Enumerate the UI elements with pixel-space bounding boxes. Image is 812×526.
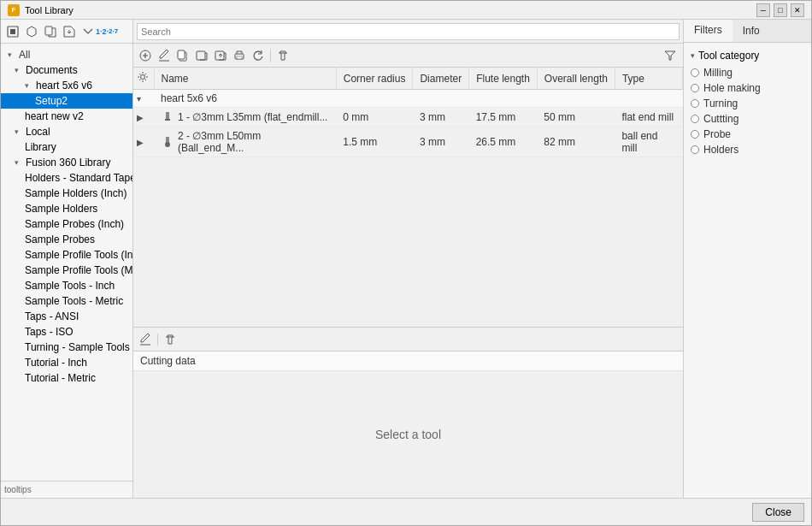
filter-item-turning[interactable]: Turning — [691, 98, 804, 109]
filter-radio-probe[interactable] — [691, 130, 699, 139]
tree-item-sample-holders-inch[interactable]: Sample Holders (Inch) — [1, 186, 132, 201]
filter-item-probe[interactable]: Probe — [691, 128, 804, 140]
tree-item-heartnew[interactable]: heart new v2 — [1, 109, 132, 124]
tree-item-all[interactable]: ▾ All — [1, 47, 132, 62]
tool-expand-arrow-1[interactable]: ▶ — [137, 113, 144, 122]
select-all-button[interactable] — [4, 23, 21, 40]
new-local-tool-button[interactable] — [23, 23, 40, 40]
tree-item-setup2[interactable]: Setup2 — [1, 93, 132, 109]
tab-filters[interactable]: Filters — [684, 20, 733, 42]
tree-item-sample-probes-inch[interactable]: Sample Probes (Inch) — [1, 216, 132, 232]
filter-item-hole-making[interactable]: Hole making — [691, 82, 804, 94]
window-footer: Close — [1, 498, 811, 525]
tree-item-taps-iso[interactable]: Taps - ISO — [1, 324, 132, 340]
expand-all-icon: ▾ — [8, 50, 16, 59]
import-library-button[interactable] — [193, 47, 210, 64]
group-expand-arrow[interactable]: ▾ — [137, 94, 141, 103]
title-bar: F Tool Library ─ □ ✕ — [1, 1, 811, 20]
collapse-all-button[interactable] — [79, 23, 97, 40]
svg-rect-5 — [178, 50, 185, 59]
tree-label-library: Library — [25, 141, 56, 153]
copy-tool-button[interactable] — [174, 47, 191, 64]
filter-radio-hole-making[interactable] — [691, 84, 699, 92]
filter-item-cutting[interactable]: Cuttting — [691, 113, 804, 125]
table-row[interactable]: ▶ 2 - ∅3mm L50mm (Ball_end_M... — [133, 127, 683, 157]
tool-library-window: F Tool Library ─ □ ✕ — [0, 0, 812, 526]
export-library-button[interactable] — [212, 47, 229, 64]
tree-label-tutorial-inch: Tutorial - Inch — [25, 357, 87, 369]
svg-rect-12 — [165, 119, 170, 121]
tools-table: Name Corner radius Diameter Flute length… — [133, 68, 683, 157]
left-toolbar: 1·2· 2·7 — [1, 20, 132, 44]
close-button[interactable]: Close — [752, 503, 804, 522]
number-toggle-button[interactable]: 1·2· 2·7 — [98, 23, 115, 40]
filter-radio-milling[interactable] — [691, 68, 699, 77]
table-group-row[interactable]: ▾ heart 5x6 v6 — [133, 90, 683, 108]
minimize-button[interactable]: ─ — [756, 3, 770, 17]
tree-item-library[interactable]: Library — [1, 139, 132, 155]
tool-name-1: 1 - ∅3mm L35mm (flat_endmill... — [178, 111, 327, 123]
filter-item-milling[interactable]: Milling — [691, 67, 804, 79]
right-panel-content: ▾ Tool category Milling Hole making Turn… — [684, 43, 811, 166]
tab-info[interactable]: Info — [733, 20, 770, 42]
filter-radio-cutting[interactable] — [691, 115, 699, 123]
svg-rect-11 — [166, 112, 169, 119]
col-type-header: Type — [615, 68, 682, 90]
tree-item-sample-probes[interactable]: Sample Probes — [1, 232, 132, 247]
bottom-pane: Cutting data Select a tool — [133, 327, 683, 498]
tree-item-turning-sample[interactable]: Turning - Sample Tools — [1, 340, 132, 355]
tool-expand-arrow-2[interactable]: ▶ — [137, 138, 144, 147]
tree-label-taps-ansi: Taps - ANSI — [25, 310, 79, 322]
edit-bottom-button[interactable] — [137, 331, 154, 348]
tree-item-sample-profile-inch[interactable]: Sample Profile Tools (Inch) — [1, 247, 132, 263]
tree-item-fusion360lib[interactable]: ▾ Fusion 360 Library — [1, 155, 132, 170]
tree-item-heart5x6[interactable]: ▾ heart 5x6 v6 — [1, 78, 132, 93]
filter-button[interactable] — [661, 46, 680, 65]
tree-item-holders-taper[interactable]: Holders - Standard Taper Bl... — [1, 170, 132, 186]
delete-tool-button[interactable] — [274, 47, 291, 64]
col-settings — [133, 68, 154, 90]
delete-bottom-button[interactable] — [162, 331, 179, 348]
print-button[interactable] — [231, 47, 248, 64]
tool-overall-length-1: 50 mm — [537, 108, 615, 127]
tree-item-taps-ansi[interactable]: Taps - ANSI — [1, 309, 132, 324]
tree-label-sample-holders-inch: Sample Holders (Inch) — [25, 187, 127, 199]
edit-tool-button[interactable] — [156, 47, 173, 64]
table-header-row: Name Corner radius Diameter Flute length… — [133, 68, 683, 90]
table-row[interactable]: ▶ 1 - ∅3mm L35mm (flat_endmill... — [133, 108, 683, 127]
tree-label-sample-tools-metric: Sample Tools - Metric — [25, 295, 123, 307]
tree-item-tutorial-inch[interactable]: Tutorial - Inch — [1, 355, 132, 370]
tree-item-sample-profile-metric[interactable]: Sample Profile Tools (Metric) — [1, 263, 132, 278]
tree-item-documents[interactable]: ▾ Documents — [1, 62, 132, 78]
tree-label-sample-tools-inch: Sample Tools - Inch — [25, 280, 115, 292]
col-overall-length-header: Overall length — [537, 68, 615, 90]
tree-item-sample-tools-inch[interactable]: Sample Tools - Inch — [1, 278, 132, 293]
filter-item-holders[interactable]: Holders — [691, 144, 804, 156]
svg-rect-9 — [237, 56, 242, 59]
left-panel-footer: tooltips — [1, 481, 132, 498]
left-panel: 1·2· 2·7 ▾ All ▾ Documents ▾ — [1, 20, 133, 498]
refresh-button[interactable] — [250, 47, 267, 64]
filter-label-cutting: Cuttting — [703, 113, 738, 125]
footer-text: tooltips — [4, 485, 32, 494]
tool-name-cell-2: 2 - ∅3mm L50mm (Ball_end_M... — [154, 127, 336, 157]
close-window-button[interactable]: ✕ — [791, 3, 804, 17]
tree-item-sample-holders[interactable]: Sample Holders — [1, 201, 132, 216]
filter-label-probe: Probe — [703, 128, 731, 140]
main-toolbar — [133, 44, 683, 68]
search-bar — [133, 20, 683, 44]
export-button[interactable] — [61, 23, 78, 40]
tree-item-sample-tools-metric[interactable]: Sample Tools - Metric — [1, 293, 132, 309]
right-panel: Filters Info ▾ Tool category Milling Hol… — [683, 20, 811, 498]
filter-radio-turning[interactable] — [691, 99, 699, 108]
maximize-button[interactable]: □ — [774, 3, 787, 17]
tree-label-sample-probes-inch: Sample Probes (Inch) — [25, 218, 124, 230]
tree-item-local[interactable]: ▾ Local — [1, 124, 132, 139]
new-tool-button[interactable] — [137, 47, 154, 64]
tree-label-holders-taper: Holders - Standard Taper Bl... — [25, 172, 132, 184]
filter-collapse-icon[interactable]: ▾ — [691, 51, 695, 60]
tree-item-tutorial-metric[interactable]: Tutorial - Metric — [1, 370, 132, 386]
filter-radio-holders[interactable] — [691, 145, 699, 154]
import-button[interactable] — [42, 23, 59, 40]
search-input[interactable] — [137, 23, 680, 40]
